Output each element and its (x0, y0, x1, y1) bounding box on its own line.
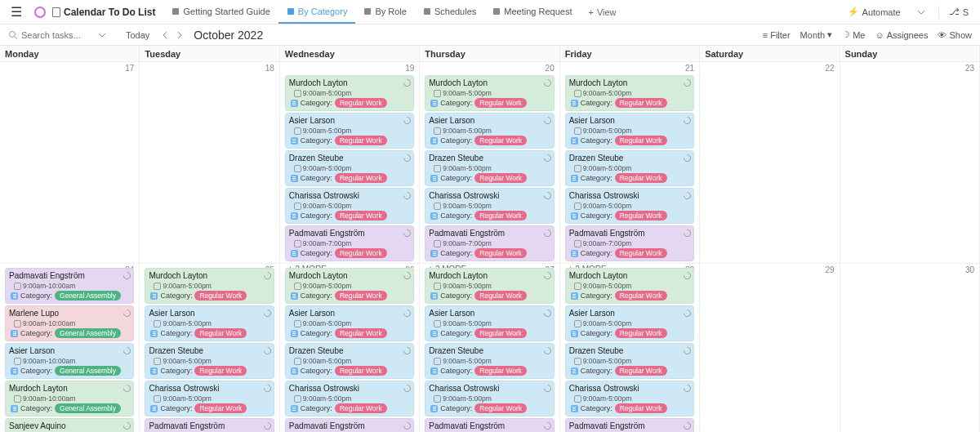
calendar-cell[interactable]: 27 Murdoch Layton 9:00am-5:00pm Category… (420, 264, 559, 432)
category-tag: Regular Work (194, 291, 247, 301)
calendar-event[interactable]: Asier Larson 9:00am-10:00am Category: Ge… (5, 343, 134, 379)
calendar-event[interactable]: Asier Larson 9:00am-5:00pm Category: Reg… (285, 305, 414, 341)
svg-point-5 (10, 31, 16, 37)
calendar-event[interactable]: Drazen Steube 9:00am-5:00pm Category: Re… (285, 343, 414, 379)
tab-getting-started[interactable]: Getting Started Guide (163, 0, 278, 24)
calendar-event[interactable]: Murdoch Layton 9:00am-5:00pm Category: R… (425, 268, 554, 304)
calendar-event[interactable]: Asier Larson 9:00am-5:00pm Category: Reg… (425, 113, 554, 149)
category-tag: Regular Work (474, 173, 527, 183)
calendar-event[interactable]: Murdoch Layton 9:00am-5:00pm Category: R… (285, 268, 414, 304)
calendar-event[interactable]: Murdoch Layton 9:00am-5:00pm Category: R… (425, 75, 554, 111)
event-title: Padmavati Engström (289, 229, 410, 238)
calendar-event[interactable]: Murdoch Layton 9:00am-5:00pm Category: R… (565, 268, 694, 304)
prev-icon[interactable] (161, 31, 169, 39)
tab-schedules[interactable]: Schedules (415, 0, 484, 24)
calendar-event[interactable]: Asier Larson 9:00am-5:00pm Category: Reg… (565, 305, 694, 341)
recur-icon (684, 79, 690, 86)
calendar-event[interactable]: Drazen Steube 9:00am-5:00pm Category: Re… (425, 343, 554, 379)
category-tag: Regular Work (335, 98, 387, 108)
tab-by-role[interactable]: By Role (355, 0, 415, 24)
calendar-event[interactable]: Drazen Steube 9:00am-5:00pm Category: Re… (145, 343, 274, 379)
calendar-event[interactable]: Padmavati Engström 9:00am-7:00pm Categor… (565, 418, 694, 432)
calendar-event[interactable]: Murdoch Layton 9:00am-10:00am Category: … (5, 381, 134, 416)
event-title: Asier Larson (429, 309, 550, 318)
next-icon[interactable] (176, 31, 184, 39)
calendar-event[interactable]: Asier Larson 9:00am-5:00pm Category: Reg… (425, 305, 554, 341)
category-tag: Regular Work (474, 136, 527, 145)
menu-icon[interactable]: ☰ (5, 4, 28, 20)
tab-by-category[interactable]: By Category (278, 0, 356, 24)
event-time: 9:00am-7:00pm (294, 239, 410, 247)
automate-button[interactable]: ⚡Automate (841, 7, 907, 17)
calendar-event[interactable]: Charissa Ostrowski 9:00am-5:00pm Categor… (285, 188, 414, 224)
calendar-event[interactable]: Charissa Ostrowski 9:00am-5:00pm Categor… (565, 188, 694, 224)
month-dropdown[interactable]: Month▾ (800, 29, 833, 40)
calendar-cell[interactable]: 28 Murdoch Layton 9:00am-5:00pm Category… (560, 264, 699, 432)
calendar-event[interactable]: Murdoch Layton 9:00am-5:00pm Category: R… (565, 75, 694, 111)
calendar-cell[interactable]: 24 Padmavati Engström 9:00am-10:00am Cat… (0, 264, 139, 432)
add-view-button[interactable]: +View (580, 0, 624, 24)
calendar-event[interactable]: Asier Larson 9:00am-5:00pm Category: Reg… (285, 113, 414, 149)
calendar-cell[interactable]: 18 (140, 62, 278, 264)
calendar-cell[interactable]: 20 Murdoch Layton 9:00am-5:00pm Category… (420, 62, 559, 264)
calendar-event[interactable]: Marlene Lupo 9:00am-10:00am Category: Ge… (5, 305, 134, 341)
calendar-cell[interactable]: 23 (840, 62, 979, 264)
svg-rect-3 (424, 8, 430, 15)
automate-chevron[interactable] (907, 8, 935, 16)
show-button[interactable]: 👁Show (938, 30, 972, 40)
svg-rect-4 (493, 8, 500, 15)
calendar-event[interactable]: Padmavati Engström 9:00am-7:00pm Categor… (285, 418, 414, 432)
calendar-event[interactable]: Padmavati Engström 9:00am-7:00pm Categor… (425, 225, 554, 261)
recur-icon (403, 117, 410, 123)
calendar-cell[interactable]: 17 (0, 62, 139, 264)
calendar-event[interactable]: Drazen Steube 9:00am-5:00pm Category: Re… (565, 343, 694, 379)
category-icon (430, 367, 438, 375)
bolt-icon: ⚡ (848, 7, 859, 17)
calendar-cell[interactable]: 26 Murdoch Layton 9:00am-5:00pm Category… (280, 264, 419, 432)
calendar-event[interactable]: Murdoch Layton 9:00am-5:00pm Category: R… (285, 75, 414, 111)
category-tag: Regular Work (194, 328, 247, 338)
app-logo[interactable] (34, 7, 46, 18)
calendar-cell[interactable]: 21 Murdoch Layton 9:00am-5:00pm Category… (560, 62, 699, 264)
calendar-event[interactable]: Drazen Steube 9:00am-5:00pm Category: Re… (565, 150, 694, 186)
calendar-event[interactable]: Padmavati Engström 9:00am-7:00pm Categor… (285, 225, 414, 261)
event-time: 9:00am-5:00pm (294, 127, 410, 135)
calendar-cell[interactable]: 19 Murdoch Layton 9:00am-5:00pm Category… (280, 62, 419, 264)
calendar-event[interactable]: Asier Larson 9:00am-5:00pm Category: Reg… (565, 113, 694, 149)
search-expand-icon[interactable] (98, 31, 106, 39)
event-time: 9:00am-5:00pm (154, 394, 270, 403)
recur-icon (684, 310, 690, 316)
calendar-event[interactable]: Charissa Ostrowski 9:00am-5:00pm Categor… (565, 381, 694, 416)
calendar-event[interactable]: Padmavati Engström 9:00am-7:00pm Categor… (565, 225, 694, 261)
plus-icon: + (588, 7, 593, 17)
person-icon: ☽ (842, 29, 850, 40)
assignees-button[interactable]: ☺Assignees (875, 30, 928, 40)
calendar-event[interactable]: Padmavati Engström 9:00am-7:00pm Categor… (145, 418, 274, 432)
filter-button[interactable]: ≡Filter (763, 30, 791, 40)
recur-icon (544, 272, 550, 278)
category-icon (430, 292, 438, 300)
page-title-wrap[interactable]: Calendar To Do List (52, 7, 155, 18)
calendar-cell[interactable]: 25 Murdoch Layton 9:00am-5:00pm Category… (140, 264, 278, 432)
calendar-event[interactable]: Padmavati Engström 9:00am-10:00am Catego… (5, 268, 134, 304)
calendar-event[interactable]: Asier Larson 9:00am-5:00pm Category: Reg… (145, 305, 274, 341)
calendar-event[interactable]: Charissa Ostrowski 9:00am-5:00pm Categor… (425, 188, 554, 224)
category-tag: General Assembly (55, 328, 121, 338)
calendar-cell[interactable]: 22 (700, 62, 839, 264)
calendar-event[interactable]: Padmavati Engström 9:00am-7:00pm Categor… (425, 418, 554, 432)
search-input[interactable] (21, 30, 95, 40)
calendar-event[interactable]: Murdoch Layton 9:00am-5:00pm Category: R… (145, 268, 274, 304)
tab-meeting-request[interactable]: Meeting Request (484, 0, 580, 24)
category-icon (11, 330, 18, 337)
calendar-event[interactable]: Charissa Ostrowski 9:00am-5:00pm Categor… (285, 381, 414, 416)
calendar-cell[interactable]: 29 (700, 264, 839, 432)
calendar-event[interactable]: Charissa Ostrowski 9:00am-5:00pm Categor… (425, 381, 554, 416)
today-button[interactable]: Today (126, 30, 149, 40)
calendar-event[interactable]: Drazen Steube 9:00am-5:00pm Category: Re… (285, 150, 414, 186)
calendar-event[interactable]: Drazen Steube 9:00am-5:00pm Category: Re… (425, 150, 554, 186)
share-button[interactable]: ⎇S (942, 7, 975, 17)
calendar-event[interactable]: Sanjeev Aquino 9:00am-10:00am Category: … (5, 418, 134, 432)
calendar-event[interactable]: Charissa Ostrowski 9:00am-5:00pm Categor… (145, 381, 274, 416)
calendar-cell[interactable]: 30 (840, 264, 979, 432)
me-button[interactable]: ☽Me (842, 29, 865, 40)
